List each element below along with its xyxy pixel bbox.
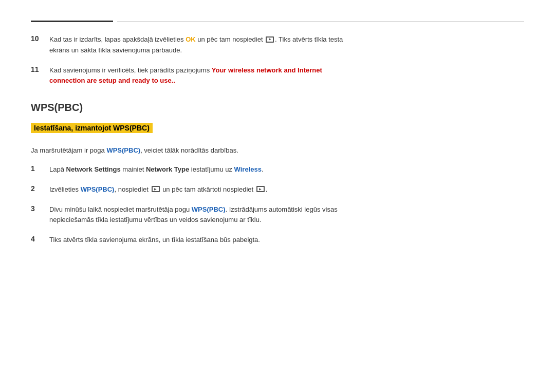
step-10-text-mid: un pēc tam nospiediet xyxy=(196,35,265,43)
step-11-text-before: Kad savienojums ir verificēts, tiek parā… xyxy=(49,66,212,74)
step-11: 11 Kad savienojums ir verificēts, tiek p… xyxy=(31,65,524,87)
step-1-number: 1 xyxy=(31,164,49,173)
rule-light xyxy=(117,21,524,22)
top-rule xyxy=(31,21,524,22)
step-2-number: 2 xyxy=(31,184,49,193)
step-3-text-before: Divu minūšu laikā nospiediet maršrutētāj… xyxy=(49,206,192,213)
wps-intro: Ja maršrutētājam ir poga WPS(PBC), veici… xyxy=(31,145,524,156)
step-2-period: . xyxy=(266,185,268,193)
step-3-wps: WPS(PBC) xyxy=(192,206,226,213)
step-4-content: Tiks atvērts tīkla savienojuma ekrāns, u… xyxy=(49,235,524,246)
step-4-number: 4 xyxy=(31,235,49,243)
step-1-network-settings: Network Settings xyxy=(66,165,121,173)
step-1-period: . xyxy=(262,165,264,173)
step-1: 1 Lapā Network Settings mainiet Network … xyxy=(31,164,524,175)
wps-subtitle-wrapper: Iestatīšana, izmantojot WPS(PBC) xyxy=(31,123,524,139)
page-container: 10 Kad tas ir izdarīts, lapas apakšdaļā … xyxy=(0,0,555,392)
intro-wps: WPS(PBC) xyxy=(106,146,140,154)
step-1-text-mid2: iestatījumu uz xyxy=(189,165,234,173)
step-3-number: 3 xyxy=(31,204,49,213)
step-1-text-before: Lapā xyxy=(49,165,66,173)
step-11-content: Kad savienojums ir verificēts, tiek parā… xyxy=(49,65,524,87)
step-2-text-mid2: un pēc tam atkārtoti nospiediet xyxy=(161,185,255,193)
wps-subtitle: Iestatīšana, izmantojot WPS(PBC) xyxy=(31,123,153,133)
step-2-text-before: Izvēlieties xyxy=(49,185,81,193)
step-2-text-mid: , nospiediet xyxy=(114,185,150,193)
rule-dark xyxy=(31,21,113,22)
step-1-content: Lapā Network Settings mainiet Network Ty… xyxy=(49,164,524,175)
step-10-icon xyxy=(266,36,274,43)
intro-text-after: , veiciet tālāk norādītās darbības. xyxy=(140,146,238,154)
step-2: 2 Izvēlieties WPS(PBC), nospiediet un pē… xyxy=(31,184,524,195)
intro-text-before: Ja maršrutētājam ir poga xyxy=(31,146,106,154)
step-1-text-mid: mainiet xyxy=(121,165,146,173)
step-3: 3 Divu minūšu laikā nospiediet maršrutēt… xyxy=(31,204,524,226)
step-10-content: Kad tas ir izdarīts, lapas apakšdaļā izv… xyxy=(49,34,524,56)
step-2-icon2 xyxy=(256,186,265,192)
step-3-content: Divu minūšu laikā nospiediet maršrutētāj… xyxy=(49,204,524,226)
step-10-ok: OK xyxy=(186,35,196,43)
step-1-network-type: Network Type xyxy=(146,165,189,173)
step-11-number: 11 xyxy=(31,65,49,73)
step-2-wps: WPS(PBC) xyxy=(81,185,115,193)
step-10: 10 Kad tas ir izdarīts, lapas apakšdaļā … xyxy=(31,34,524,56)
step-2-icon1 xyxy=(152,186,160,192)
step-1-wireless: Wireless xyxy=(234,165,262,173)
step-4: 4 Tiks atvērts tīkla savienojuma ekrāns,… xyxy=(31,235,524,246)
wps-title: WPS(PBC) xyxy=(31,102,524,114)
step-10-text-before: Kad tas ir izdarīts, lapas apakšdaļā izv… xyxy=(49,35,186,43)
step-2-content: Izvēlieties WPS(PBC), nospiediet un pēc … xyxy=(49,184,524,195)
step-10-number: 10 xyxy=(31,34,49,43)
